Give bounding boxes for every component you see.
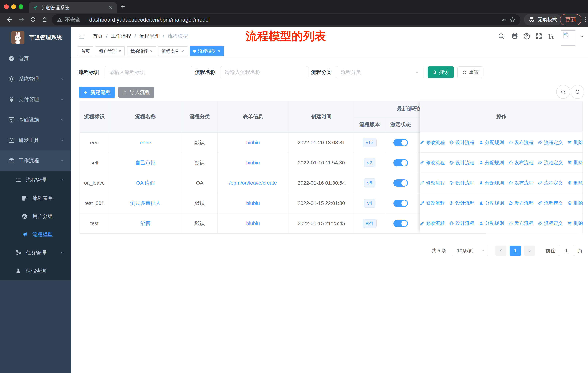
action-assign-link[interactable]: 分配规则: [479, 139, 504, 146]
sidebar-item-yen-2[interactable]: 支付管理: [0, 89, 71, 110]
action-hand-link[interactable]: 发布流程: [508, 160, 534, 166]
active-toggle[interactable]: [393, 179, 408, 187]
fullscreen-icon[interactable]: [535, 32, 542, 40]
sidebar-item-gear-1[interactable]: 系统管理: [0, 69, 71, 89]
process-name-link[interactable]: OA 请假: [136, 180, 155, 186]
sidebar-item-briefcase-5[interactable]: 工作流程: [0, 151, 71, 171]
reload-icon[interactable]: [30, 16, 36, 23]
action-hand-link[interactable]: 发布流程: [508, 139, 534, 146]
browser-menu-icon[interactable]: [582, 16, 588, 23]
action-gear-link[interactable]: 设计流程: [449, 200, 474, 206]
forward-icon[interactable]: [18, 16, 25, 23]
tab-close-icon[interactable]: [108, 5, 113, 10]
key-icon[interactable]: [501, 17, 507, 23]
active-toggle[interactable]: [393, 200, 408, 207]
page-number-1[interactable]: 1: [510, 245, 521, 256]
search-button[interactable]: 搜索: [428, 67, 454, 78]
action-clip-link[interactable]: 流程定义: [538, 200, 563, 206]
goto-page-input[interactable]: [558, 245, 575, 256]
collapse-sidebar-icon[interactable]: [78, 32, 85, 40]
sidebar-item-face-8[interactable]: 用户分组: [0, 207, 71, 225]
tag-close-icon[interactable]: ×: [150, 49, 153, 53]
import-process-button[interactable]: 导入流程: [118, 87, 154, 98]
sidebar-item-dashboard-0[interactable]: 首页: [0, 49, 71, 69]
reset-button[interactable]: 重置: [458, 67, 483, 78]
action-assign-link[interactable]: 分配规则: [479, 180, 504, 186]
address-bar[interactable]: 不安全 dashboard.yudao.iocoder.cn/bpm/manag…: [52, 14, 520, 26]
tag-3[interactable]: 流程表单×: [158, 46, 187, 56]
url-text[interactable]: dashboard.yudao.iocoder.cn/bpm/manager/m…: [89, 17, 499, 23]
action-gear-link[interactable]: 设计流程: [449, 180, 474, 186]
breadcrumb-item-2[interactable]: 流程管理: [139, 33, 160, 40]
tag-close-icon[interactable]: ×: [119, 49, 121, 53]
page-size-select[interactable]: 10条/页: [452, 245, 488, 256]
form-info-link[interactable]: biubiu: [246, 221, 260, 226]
process-name-link[interactable]: 自己审批: [135, 160, 156, 166]
minimize-window-button[interactable]: [11, 4, 16, 9]
refresh-table-button[interactable]: [570, 85, 584, 99]
action-trash-link[interactable]: 删除: [567, 160, 583, 166]
action-gear-link[interactable]: 设计流程: [449, 139, 474, 146]
sidebar-item-monitor-3[interactable]: 基础设施: [0, 110, 71, 130]
sidebar-item-plane-9[interactable]: 流程模型: [0, 225, 71, 244]
zoom-window-button[interactable]: [19, 4, 23, 9]
github-icon[interactable]: [511, 32, 519, 40]
action-pencil-link[interactable]: 修改流程: [420, 180, 445, 186]
back-icon[interactable]: [7, 16, 13, 23]
action-trash-link[interactable]: 删除: [567, 220, 583, 227]
process-name-link[interactable]: 滔博: [140, 221, 151, 226]
action-hand-link[interactable]: 发布流程: [508, 200, 534, 206]
tag-1[interactable]: 租户管理×: [95, 46, 125, 56]
form-info-link[interactable]: /bpm/oa/leave/create: [229, 180, 277, 186]
create-process-button[interactable]: 新建流程: [79, 87, 115, 98]
action-trash-link[interactable]: 删除: [567, 180, 583, 186]
tag-close-icon[interactable]: ×: [181, 49, 184, 53]
avatar[interactable]: [561, 30, 575, 46]
bookmark-star-icon[interactable]: [509, 17, 516, 23]
breadcrumb-item-1[interactable]: 工作流程: [111, 33, 131, 40]
action-pencil-link[interactable]: 修改流程: [420, 160, 445, 166]
action-clip-link[interactable]: 流程定义: [538, 180, 563, 186]
action-clip-link[interactable]: 流程定义: [538, 139, 563, 146]
action-pencil-link[interactable]: 修改流程: [420, 220, 445, 227]
action-gear-link[interactable]: 设计流程: [449, 220, 474, 227]
breadcrumb-item-0[interactable]: 首页: [93, 33, 103, 40]
tag-4[interactable]: 流程模型×: [189, 46, 224, 56]
active-toggle[interactable]: [393, 220, 408, 227]
filter-category-select[interactable]: 流程分类: [336, 66, 424, 78]
new-tab-button[interactable]: [120, 4, 126, 10]
process-name-link[interactable]: 测试多审批人: [130, 200, 161, 206]
action-pencil-link[interactable]: 修改流程: [420, 200, 445, 206]
tag-close-icon[interactable]: ×: [218, 49, 220, 53]
close-window-button[interactable]: [4, 4, 9, 9]
action-clip-link[interactable]: 流程定义: [538, 160, 563, 166]
active-toggle[interactable]: [393, 139, 408, 146]
sidebar-logo-row[interactable]: 芋道管理系统: [0, 27, 71, 49]
sidebar-item-tree-10[interactable]: 任务管理: [0, 244, 71, 262]
help-icon[interactable]: [523, 32, 531, 40]
action-assign-link[interactable]: 分配规则: [479, 200, 504, 206]
browser-tab[interactable]: 芋道管理系统: [29, 2, 117, 13]
action-hand-link[interactable]: 发布流程: [508, 180, 534, 186]
action-clip-link[interactable]: 流程定义: [538, 220, 563, 227]
update-browser-button[interactable]: 更新: [560, 14, 581, 25]
form-info-link[interactable]: biubiu: [246, 140, 260, 145]
action-hand-link[interactable]: 发布流程: [508, 220, 534, 227]
process-name-link[interactable]: eeee: [140, 140, 151, 145]
home-icon[interactable]: [42, 16, 48, 23]
prev-page-button[interactable]: [495, 245, 506, 256]
sidebar-item-list-6[interactable]: 流程管理: [0, 171, 71, 189]
search-icon[interactable]: [498, 32, 505, 40]
filter-key-input[interactable]: [105, 66, 192, 78]
action-gear-link[interactable]: 设计流程: [449, 160, 474, 166]
action-trash-link[interactable]: 删除: [567, 200, 583, 206]
action-pencil-link[interactable]: 修改流程: [420, 139, 445, 146]
sidebar-item-form-7[interactable]: 流程表单: [0, 189, 71, 207]
avatar-caret-down-icon[interactable]: [580, 34, 585, 39]
show-search-toggle-button[interactable]: [556, 85, 570, 99]
form-info-link[interactable]: biubiu: [246, 200, 260, 206]
action-assign-link[interactable]: 分配规则: [479, 160, 504, 166]
tag-0[interactable]: 首页: [78, 46, 93, 56]
next-page-button[interactable]: [524, 245, 535, 256]
traffic-lights[interactable]: [4, 4, 23, 9]
